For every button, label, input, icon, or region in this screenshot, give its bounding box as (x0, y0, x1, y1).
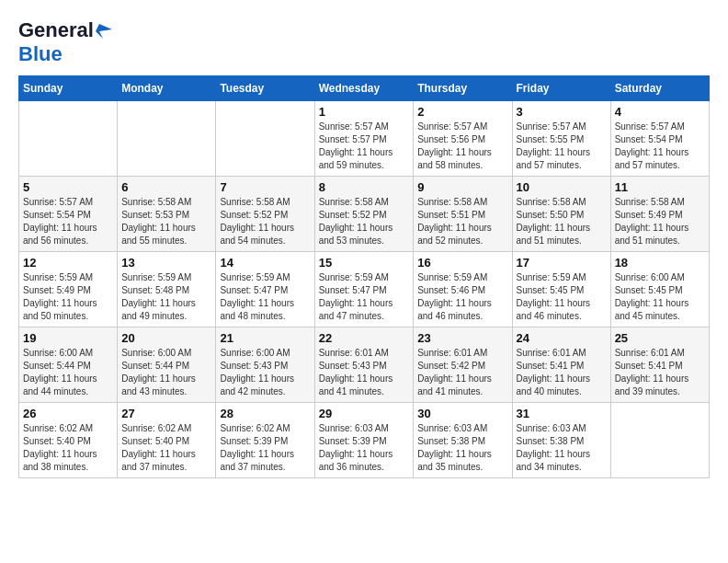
day-info: Sunrise: 6:03 AM Sunset: 5:38 PM Dayligh… (517, 422, 607, 474)
calendar-week-row: 1Sunrise: 5:57 AM Sunset: 5:57 PM Daylig… (19, 101, 710, 177)
day-number: 1 (319, 105, 410, 119)
day-of-week-header: Monday (118, 76, 216, 101)
day-of-week-header: Sunday (19, 76, 118, 101)
calendar-cell: 15Sunrise: 5:59 AM Sunset: 5:47 PM Dayli… (314, 252, 414, 327)
day-info: Sunrise: 5:57 AM Sunset: 5:57 PM Dayligh… (319, 121, 410, 172)
day-number: 8 (319, 180, 410, 194)
calendar-cell: 10Sunrise: 5:58 AM Sunset: 5:50 PM Dayli… (512, 177, 610, 252)
calendar-cell: 14Sunrise: 5:59 AM Sunset: 5:47 PM Dayli… (216, 252, 314, 327)
day-number: 4 (615, 105, 705, 119)
day-of-week-header: Saturday (610, 76, 709, 101)
calendar-cell: 20Sunrise: 6:00 AM Sunset: 5:44 PM Dayli… (118, 327, 216, 403)
day-info: Sunrise: 6:02 AM Sunset: 5:40 PM Dayligh… (121, 422, 211, 474)
day-number: 17 (517, 256, 607, 270)
day-info: Sunrise: 5:59 AM Sunset: 5:48 PM Dayligh… (121, 271, 211, 323)
calendar-header-row: SundayMondayTuesdayWednesdayThursdayFrid… (19, 76, 710, 101)
day-number: 3 (517, 105, 607, 119)
day-info: Sunrise: 5:57 AM Sunset: 5:56 PM Dayligh… (417, 121, 507, 172)
calendar-week-row: 5Sunrise: 5:57 AM Sunset: 5:54 PM Daylig… (19, 177, 710, 252)
day-number: 5 (23, 180, 113, 194)
calendar-cell: 16Sunrise: 5:59 AM Sunset: 5:46 PM Dayli… (414, 252, 512, 327)
day-info: Sunrise: 6:02 AM Sunset: 5:39 PM Dayligh… (220, 422, 310, 474)
day-info: Sunrise: 6:00 AM Sunset: 5:44 PM Dayligh… (121, 347, 211, 398)
day-info: Sunrise: 5:58 AM Sunset: 5:52 PM Dayligh… (220, 196, 310, 247)
day-number: 16 (417, 256, 507, 270)
calendar-cell: 24Sunrise: 6:01 AM Sunset: 5:41 PM Dayli… (512, 327, 610, 403)
day-number: 20 (121, 331, 211, 345)
day-info: Sunrise: 5:58 AM Sunset: 5:53 PM Dayligh… (121, 196, 211, 247)
day-of-week-header: Thursday (414, 76, 512, 101)
calendar-cell: 25Sunrise: 6:01 AM Sunset: 5:41 PM Dayli… (610, 327, 709, 403)
day-number: 2 (417, 105, 507, 119)
day-info: Sunrise: 5:58 AM Sunset: 5:52 PM Dayligh… (319, 196, 410, 247)
day-info: Sunrise: 6:03 AM Sunset: 5:38 PM Dayligh… (417, 422, 507, 474)
calendar-cell: 18Sunrise: 6:00 AM Sunset: 5:45 PM Dayli… (610, 252, 709, 327)
calendar-cell: 9Sunrise: 5:58 AM Sunset: 5:51 PM Daylig… (414, 177, 512, 252)
calendar-cell: 21Sunrise: 6:00 AM Sunset: 5:43 PM Dayli… (216, 327, 314, 403)
day-of-week-header: Friday (512, 76, 610, 101)
day-number: 12 (23, 256, 113, 270)
day-number: 15 (319, 256, 410, 270)
day-number: 9 (417, 180, 507, 194)
day-of-week-header: Tuesday (216, 76, 314, 101)
day-number: 22 (319, 331, 410, 345)
day-info: Sunrise: 6:02 AM Sunset: 5:40 PM Dayligh… (23, 422, 113, 474)
calendar-cell: 5Sunrise: 5:57 AM Sunset: 5:54 PM Daylig… (19, 177, 118, 252)
day-info: Sunrise: 6:01 AM Sunset: 5:43 PM Dayligh… (319, 347, 410, 398)
day-info: Sunrise: 6:00 AM Sunset: 5:43 PM Dayligh… (220, 347, 310, 398)
day-number: 14 (220, 256, 310, 270)
svg-marker-0 (96, 24, 112, 39)
day-info: Sunrise: 5:58 AM Sunset: 5:50 PM Dayligh… (517, 196, 607, 247)
day-info: Sunrise: 6:01 AM Sunset: 5:41 PM Dayligh… (517, 347, 607, 398)
day-number: 10 (517, 180, 607, 194)
calendar-cell (118, 101, 216, 177)
calendar-cell: 28Sunrise: 6:02 AM Sunset: 5:39 PM Dayli… (216, 403, 314, 478)
day-number: 29 (319, 407, 410, 420)
calendar-cell: 7Sunrise: 5:58 AM Sunset: 5:52 PM Daylig… (216, 177, 314, 252)
day-number: 23 (417, 331, 507, 345)
calendar-cell: 19Sunrise: 6:00 AM Sunset: 5:44 PM Dayli… (19, 327, 118, 403)
calendar-cell: 26Sunrise: 6:02 AM Sunset: 5:40 PM Dayli… (19, 403, 118, 478)
day-number: 25 (615, 331, 705, 345)
day-info: Sunrise: 5:59 AM Sunset: 5:47 PM Dayligh… (319, 271, 410, 323)
calendar-week-row: 26Sunrise: 6:02 AM Sunset: 5:40 PM Dayli… (19, 403, 710, 478)
calendar-table: SundayMondayTuesdayWednesdayThursdayFrid… (18, 75, 710, 478)
day-info: Sunrise: 6:00 AM Sunset: 5:44 PM Dayligh… (23, 347, 113, 398)
day-info: Sunrise: 6:03 AM Sunset: 5:39 PM Dayligh… (319, 422, 410, 474)
calendar-cell: 22Sunrise: 6:01 AM Sunset: 5:43 PM Dayli… (314, 327, 414, 403)
day-number: 6 (121, 180, 211, 194)
day-info: Sunrise: 5:57 AM Sunset: 5:54 PM Dayligh… (615, 121, 705, 172)
calendar-cell: 1Sunrise: 5:57 AM Sunset: 5:57 PM Daylig… (314, 101, 414, 177)
day-info: Sunrise: 5:59 AM Sunset: 5:47 PM Dayligh… (220, 271, 310, 323)
calendar-cell (216, 101, 314, 177)
day-info: Sunrise: 5:59 AM Sunset: 5:49 PM Dayligh… (23, 271, 113, 323)
day-info: Sunrise: 6:00 AM Sunset: 5:45 PM Dayligh… (615, 271, 705, 323)
calendar-cell: 29Sunrise: 6:03 AM Sunset: 5:39 PM Dayli… (314, 403, 414, 478)
calendar-cell: 2Sunrise: 5:57 AM Sunset: 5:56 PM Daylig… (414, 101, 512, 177)
day-number: 24 (517, 331, 607, 345)
day-of-week-header: Wednesday (314, 76, 414, 101)
day-info: Sunrise: 6:01 AM Sunset: 5:42 PM Dayligh… (417, 347, 507, 398)
day-number: 7 (220, 180, 310, 194)
day-info: Sunrise: 5:57 AM Sunset: 5:54 PM Dayligh… (23, 196, 113, 247)
day-info: Sunrise: 5:59 AM Sunset: 5:46 PM Dayligh… (417, 271, 507, 323)
logo: General Blue (18, 18, 112, 66)
day-number: 18 (615, 256, 705, 270)
day-info: Sunrise: 5:58 AM Sunset: 5:51 PM Dayligh… (417, 196, 507, 247)
calendar-cell: 12Sunrise: 5:59 AM Sunset: 5:49 PM Dayli… (19, 252, 118, 327)
day-number: 26 (23, 407, 113, 420)
calendar-cell: 30Sunrise: 6:03 AM Sunset: 5:38 PM Dayli… (414, 403, 512, 478)
calendar-cell (610, 403, 709, 478)
calendar-cell: 11Sunrise: 5:58 AM Sunset: 5:49 PM Dayli… (610, 177, 709, 252)
logo-bird-icon (96, 22, 112, 39)
day-info: Sunrise: 5:58 AM Sunset: 5:49 PM Dayligh… (615, 196, 705, 247)
day-number: 30 (417, 407, 507, 420)
day-number: 21 (220, 331, 310, 345)
calendar-week-row: 19Sunrise: 6:00 AM Sunset: 5:44 PM Dayli… (19, 327, 710, 403)
logo-text-blue: Blue (18, 42, 63, 65)
day-info: Sunrise: 5:59 AM Sunset: 5:45 PM Dayligh… (517, 271, 607, 323)
day-info: Sunrise: 5:57 AM Sunset: 5:55 PM Dayligh… (517, 121, 607, 172)
calendar-cell: 6Sunrise: 5:58 AM Sunset: 5:53 PM Daylig… (118, 177, 216, 252)
day-number: 31 (517, 407, 607, 420)
page-header: General Blue (18, 18, 710, 66)
